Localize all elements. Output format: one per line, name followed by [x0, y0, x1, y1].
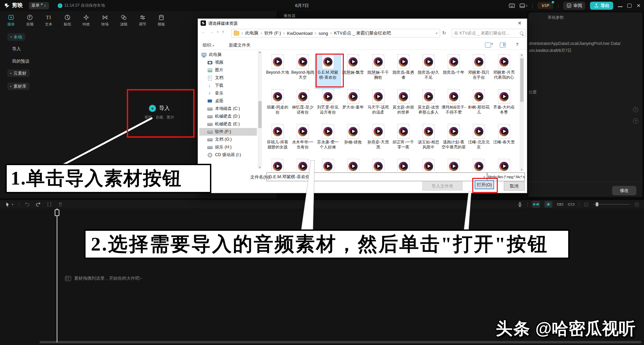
dialog-sidebar-item[interactable]: 桌面 [199, 97, 257, 105]
file-item[interactable] [416, 158, 441, 171]
dialog-sidebar-item[interactable]: 文档 (G:) [199, 136, 257, 143]
dialog-sidebar-item[interactable]: 音乐 [199, 89, 257, 97]
sidebar-group-assets[interactable]: ▸ 素材库 [7, 82, 30, 90]
nav-up-icon[interactable]: ↑ [222, 29, 224, 34]
cancel-button[interactable]: 取消 [504, 182, 525, 191]
file-item[interactable]: Beyond-海阔天空 [290, 54, 315, 88]
new-folder-button[interactable]: 新建文件夹 [229, 42, 251, 48]
dialog-sidebar-item[interactable]: 机械硬盘 (E:) [199, 120, 257, 128]
organize-button[interactable]: 组织▾ [203, 42, 214, 48]
nav-history-icon[interactable]: ∨ [217, 30, 219, 33]
file-item[interactable]: 潘玮柏&弦子-不得不爱 [441, 88, 466, 123]
help-icon[interactable]: ? [633, 107, 638, 112]
file-item[interactable]: 邓丽君-月亮代表我的心 [491, 54, 517, 88]
sidebar-scrollbar[interactable]: ∧ ∨ [258, 51, 262, 169]
file-item[interactable]: 马天宇-该死的温柔 [366, 88, 391, 123]
dialog-sidebar-item[interactable]: 机械硬盘 (D:) [199, 113, 257, 120]
file-item[interactable]: 陈奕迅-十年 [441, 54, 466, 88]
select-cursor-icon[interactable]: ∨ [5, 202, 14, 207]
link-icon[interactable] [557, 202, 564, 207]
scroll-down-icon[interactable]: ∨ [520, 168, 524, 171]
sidebar-item-presets[interactable]: 我的预设 [12, 58, 30, 64]
breadcrumb-segment[interactable]: KwDownload [287, 31, 313, 36]
file-item[interactable]: Beyond-大地 [265, 54, 290, 88]
breadcrumb-segment[interactable]: 此电脑 [245, 30, 258, 36]
file-item[interactable]: 林忆莲-至少还有你 [290, 88, 315, 123]
close-button[interactable]: ✕ [636, 3, 641, 8]
scroll-up-icon[interactable]: ∧ [258, 51, 262, 54]
file-item[interactable] [466, 158, 491, 171]
scrollbar-thumb[interactable] [258, 101, 262, 128]
ribbon-tab-effects[interactable]: 特效 [78, 13, 94, 27]
preview-axis-icon[interactable] [568, 202, 575, 207]
dialog-sidebar-item[interactable]: 软件 (F:) [199, 128, 257, 136]
file-item[interactable]: 汤宝如-相思风雨中 [416, 123, 441, 158]
file-item[interactable]: 陈慧娴-千千阙歌 [366, 54, 391, 88]
file-item[interactable] [265, 158, 290, 171]
sidebar-group-local[interactable]: ▾ 本地 [7, 33, 25, 41]
dialog-sidebar-item[interactable]: 下载 [199, 82, 257, 89]
ribbon-tab-media[interactable]: 媒体 [3, 13, 19, 27]
change-view-icon[interactable] [485, 43, 491, 48]
ribbon-tab-template[interactable]: 模板 [154, 13, 169, 27]
dialog-sidebar-item[interactable]: 此电脑 [199, 51, 257, 59]
open-button[interactable]: 打开(O) [475, 180, 494, 189]
file-item[interactable]: 罗大佑-童年 [340, 88, 366, 123]
minimize-button[interactable] [618, 6, 623, 7]
breadcrumb-bar[interactable]: ›此电脑›软件 (F:)›KwDownload›song›KTV必点 _ 麦霸们… [231, 29, 440, 38]
file-item[interactable]: 汪峰-春天里 [491, 123, 517, 158]
split-icon[interactable] [46, 201, 52, 207]
file-item[interactable]: 莫文蔚-外面的世界 [391, 88, 416, 123]
layout-toggle-icon[interactable]: ∨ [520, 3, 528, 8]
preview-pane-icon[interactable] [500, 43, 506, 48]
ribbon-tab-sticker[interactable]: 贴纸 [60, 13, 75, 27]
scroll-up-icon[interactable]: ∧ [520, 54, 524, 57]
dialog-sidebar-item[interactable]: 娱乐 (H:) [199, 143, 257, 151]
breadcrumb-segment[interactable]: KTV必点 _ 麦霸们聚会狂欢吧 [334, 30, 391, 36]
refresh-icon[interactable]: ↻ [440, 29, 448, 37]
playhead-line[interactable] [57, 208, 57, 342]
search-input[interactable]: 在 KTV必点 _ 麦霸们聚会狂... [452, 29, 526, 38]
file-item[interactable]: 邓丽君-我只在乎你 [466, 54, 491, 88]
file-item[interactable]: 邰正宵-一千零一夜 [391, 123, 416, 158]
help-icon[interactable]: ? [633, 118, 638, 124]
playhead-handle[interactable] [55, 209, 59, 216]
file-item[interactable]: 莫文蔚-这世界那么多人 [416, 88, 441, 123]
sidebar-group-cloud[interactable]: ▸ 云素材 [7, 69, 30, 77]
modify-button[interactable]: 修改 [612, 186, 636, 195]
dialog-sidebar-item[interactable]: 本地磁盘 (C:) [199, 105, 257, 113]
ribbon-tab-adjust[interactable]: 调节 [135, 13, 150, 27]
file-item[interactable]: 陈奕迅-孤勇者 [391, 54, 416, 88]
dialog-sidebar-item[interactable]: CD 驱动器 (I:) [199, 151, 257, 159]
file-item[interactable] [290, 158, 315, 171]
dialog-close-button[interactable]: ✕ [512, 19, 527, 27]
timeline-scrollbar[interactable] [40, 341, 641, 343]
file-item[interactable]: 汪峰-北京北京 [466, 123, 491, 158]
file-item[interactable] [441, 158, 466, 171]
file-item[interactable] [491, 158, 517, 171]
dialog-sidebar-item[interactable]: 文档 [199, 74, 257, 82]
export-button[interactable]: 导出 [590, 2, 613, 10]
nav-back-icon[interactable]: ← [201, 29, 206, 34]
breadcrumb-segment[interactable]: 软件 (F:) [264, 30, 281, 36]
import-dropzone[interactable]: + 导入 视频、音频、图片 [127, 89, 192, 135]
ribbon-tab-text[interactable]: TI文本 [41, 13, 56, 27]
import-folder-button[interactable]: 导入文件夹 [422, 182, 463, 191]
file-grid-scrollbar[interactable]: ∧ ∨ [520, 54, 524, 171]
delete-icon[interactable] [57, 201, 63, 207]
nav-forward-icon[interactable]: → [209, 29, 214, 34]
microphone-icon[interactable] [517, 201, 523, 208]
file-item[interactable]: 逃跑计划-夜空中最亮的星 [441, 123, 466, 158]
file-item[interactable]: 容祖儿-挥着翅膀的女孩 [265, 123, 290, 158]
zoom-in-icon[interactable] [634, 202, 639, 207]
dialog-sidebar-item[interactable]: 图片 [199, 66, 257, 74]
scrollbar-thumb[interactable] [520, 58, 524, 102]
file-item[interactable] [391, 158, 416, 171]
ribbon-tab-audio[interactable]: 音频 [22, 13, 38, 27]
sidebar-item-import[interactable]: 导入 [12, 46, 21, 52]
vip-badge[interactable]: VIP [537, 2, 553, 9]
keyboard-shortcuts-icon[interactable] [509, 3, 515, 8]
dialog-title-bar[interactable]: 请选择媒体资源 ✕ [198, 19, 527, 27]
file-item[interactable]: 孙楠-拯救 [340, 123, 366, 158]
file-item[interactable]: 刘艺雯-听见远方有你 [315, 88, 340, 123]
